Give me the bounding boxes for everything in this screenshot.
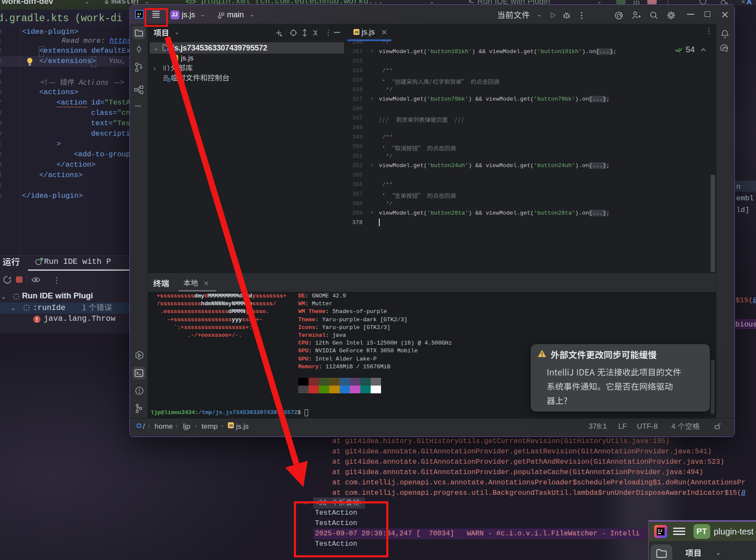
svg-text:IJ: IJ (658, 529, 662, 533)
svg-text:IJ: IJ (137, 12, 142, 16)
